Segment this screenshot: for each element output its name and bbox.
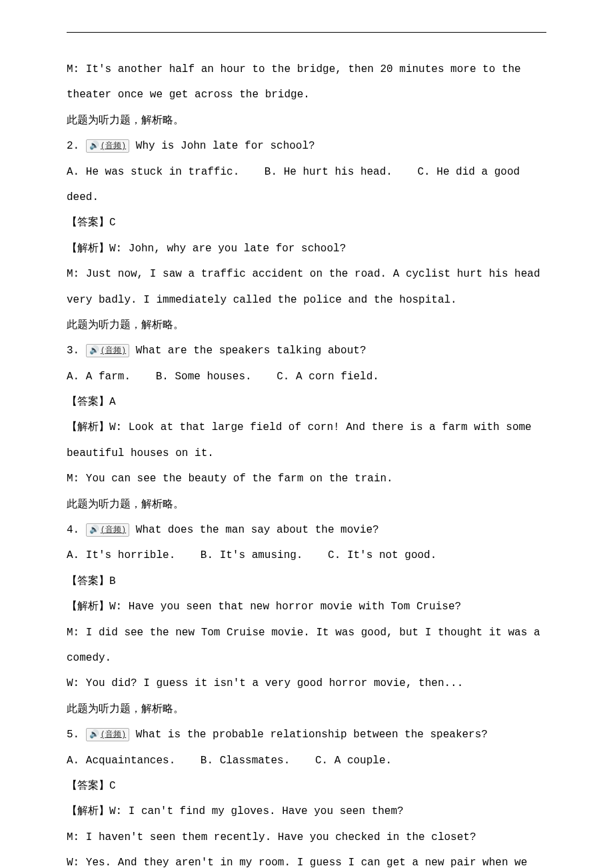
q3-answer: A [109, 396, 116, 408]
audio-button-label: (音频) [101, 524, 126, 536]
q2-answer: C [109, 217, 116, 229]
audio-button-label: (音频) [101, 345, 126, 357]
explain-label: 【解析】 [67, 243, 109, 255]
q5-question: What is the probable relationship betwee… [136, 729, 488, 741]
q4-w2: W: You did? I guess it isn't a very good… [67, 671, 546, 696]
q5-answer-line: 【答案】C [67, 773, 546, 799]
audio-button[interactable]: 🔊 (音频) [86, 523, 129, 537]
speaker-icon: 🔊 [89, 345, 99, 357]
q5-w2: W: Yes. And they aren't in my room. I gu… [67, 850, 546, 868]
audio-button[interactable]: 🔊 (音频) [86, 728, 129, 741]
audio-button[interactable]: 🔊 (音频) [86, 344, 129, 357]
top-divider [67, 32, 546, 33]
q4-optB: B. It's amusing. [201, 549, 303, 561]
q5-answer: C [109, 780, 116, 792]
explain-label: 【解析】 [67, 805, 109, 817]
q2-question: Why is John late for school? [136, 140, 315, 152]
q3-w: W: Look at that large field of corn! And… [67, 421, 532, 459]
q3-number: 3. [67, 345, 79, 357]
q4-optA: A. It's horrible. [67, 549, 175, 561]
listening-note: 此题为听力题，解析略。 [67, 697, 546, 722]
q3-m: M: You can see the beauty of the farm on… [67, 466, 546, 491]
content-block: M: It's another half an hour to the brid… [67, 57, 546, 868]
q4-explain-w1: 【解析】W: Have you seen that new horror mov… [67, 594, 546, 619]
q2-explain-w: 【解析】W: John, why are you late for school… [67, 236, 546, 261]
intro-dialog-m: M: It's another half an hour to the brid… [67, 57, 546, 108]
q5-w1: W: I can't find my gloves. Have you seen… [109, 805, 404, 817]
q5-line: 5. 🔊 (音频) What is the probable relations… [67, 722, 546, 747]
explain-label: 【解析】 [67, 601, 109, 613]
q2-answer-line: 【答案】C [67, 210, 546, 235]
page-container: M: It's another half an hour to the brid… [0, 0, 613, 868]
q3-optC: C. A corn field. [277, 371, 379, 383]
audio-button-label: (音频) [101, 729, 126, 741]
q4-question: What does the man say about the movie? [136, 524, 379, 536]
q4-answer-line: 【答案】B [67, 569, 546, 594]
answer-label: 【答案】 [67, 575, 109, 587]
q4-line: 4. 🔊 (音频) What does the man say about th… [67, 517, 546, 543]
q3-optB: B. Some houses. [156, 371, 252, 383]
q4-number: 4. [67, 524, 79, 536]
explain-label: 【解析】 [67, 421, 109, 433]
q3-answer-line: 【答案】A [67, 389, 546, 415]
q2-m: M: Just now, I saw a traffic accident on… [67, 261, 546, 313]
q5-number: 5. [67, 729, 79, 741]
q4-options: A. It's horrible. B. It's amusing. C. It… [67, 543, 546, 568]
speaker-icon: 🔊 [89, 729, 99, 741]
q3-question: What are the speakers talking about? [136, 345, 366, 357]
speaker-icon: 🔊 [89, 524, 99, 536]
q3-optA: A. A farm. [67, 371, 131, 383]
q5-options: A. Acquaintances. B. Classmates. C. A co… [67, 748, 546, 773]
listening-note: 此题为听力题，解析略。 [67, 492, 546, 517]
audio-button-label: (音频) [101, 140, 126, 152]
q2-optA: A. He was stuck in traffic. [67, 166, 239, 178]
listening-note: 此题为听力题，解析略。 [67, 313, 546, 338]
q2-options: A. He was stuck in traffic. B. He hurt h… [67, 159, 546, 211]
listening-note: 此题为听力题，解析略。 [67, 108, 546, 133]
q3-options: A. A farm. B. Some houses. C. A corn fie… [67, 364, 546, 389]
audio-button[interactable]: 🔊 (音频) [86, 139, 129, 153]
answer-label: 【答案】 [67, 217, 109, 229]
q5-optB: B. Classmates. [201, 755, 290, 767]
q2-optB: B. He hurt his head. [265, 166, 392, 178]
q4-m: M: I did see the new Tom Cruise movie. I… [67, 620, 546, 671]
q4-answer: B [109, 575, 116, 587]
q5-explain-w1: 【解析】W: I can't find my gloves. Have you … [67, 799, 546, 824]
q5-optA: A. Acquaintances. [67, 755, 175, 767]
q5-m: M: I haven't seen them recently. Have yo… [67, 825, 546, 850]
q3-line: 3. 🔊 (音频) What are the speakers talking … [67, 338, 546, 363]
q2-line: 2. 🔊 (音频) Why is John late for school? [67, 133, 546, 159]
speaker-icon: 🔊 [89, 140, 99, 152]
q5-optC: C. A couple. [315, 755, 392, 767]
q2-number: 2. [67, 140, 79, 152]
answer-label: 【答案】 [67, 780, 109, 792]
q2-w: W: John, why are you late for school? [109, 243, 346, 255]
q4-w1: W: Have you seen that new horror movie w… [109, 601, 461, 613]
q3-explain-w: 【解析】W: Look at that large field of corn!… [67, 415, 546, 466]
answer-label: 【答案】 [67, 396, 109, 408]
q4-optC: C. It's not good. [328, 549, 436, 561]
